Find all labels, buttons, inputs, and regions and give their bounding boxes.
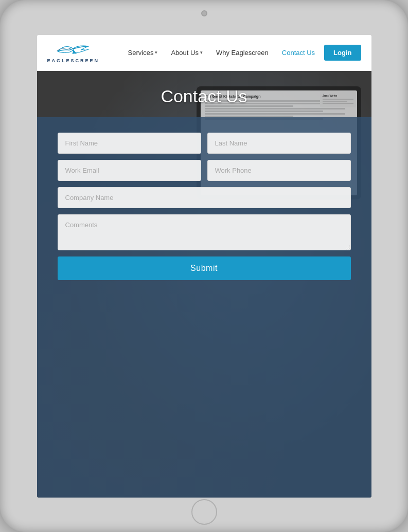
logo-area: EAGLESCREEN xyxy=(47,42,100,63)
tablet-screen: EAGLESCREEN Services ▾ About Us ▾ Why Ea… xyxy=(37,35,371,498)
nav-links: Services ▾ About Us ▾ Why Eaglescreen Co… xyxy=(124,45,361,61)
last-name-input[interactable] xyxy=(207,133,351,154)
tablet-home-button[interactable] xyxy=(191,499,217,525)
name-row xyxy=(58,133,351,154)
work-phone-input[interactable] xyxy=(207,160,351,181)
contact-form-card: Submit xyxy=(37,117,371,498)
navbar: EAGLESCREEN Services ▾ About Us ▾ Why Ea… xyxy=(37,35,371,71)
tablet-camera xyxy=(201,10,207,16)
eagle-logo-icon xyxy=(52,42,94,57)
work-email-input[interactable] xyxy=(58,160,201,181)
logo-text: EAGLESCREEN xyxy=(47,58,100,63)
comments-row xyxy=(58,214,351,250)
first-name-input[interactable] xyxy=(58,133,201,154)
nav-item-contact[interactable]: Contact Us xyxy=(278,46,319,59)
content-area: The Ghost Kickstarter Campaign Just Writ… xyxy=(37,71,371,498)
comments-textarea[interactable] xyxy=(58,214,351,250)
company-row xyxy=(58,187,351,208)
nav-item-services[interactable]: Services ▾ xyxy=(124,46,162,59)
about-dropdown-arrow: ▾ xyxy=(200,50,203,55)
page-title: Contact Us xyxy=(37,86,371,106)
nav-item-why[interactable]: Why Eaglescreen xyxy=(212,46,273,59)
nav-item-about[interactable]: About Us ▾ xyxy=(167,46,206,59)
tablet-frame: EAGLESCREEN Services ▾ About Us ▾ Why Ea… xyxy=(0,0,408,532)
login-button[interactable]: Login xyxy=(324,45,361,61)
hero-title-wrapper: Contact Us xyxy=(37,86,371,106)
services-dropdown-arrow: ▾ xyxy=(155,50,157,55)
submit-button[interactable]: Submit xyxy=(58,256,351,280)
email-phone-row xyxy=(58,160,351,181)
company-name-input[interactable] xyxy=(58,187,351,208)
